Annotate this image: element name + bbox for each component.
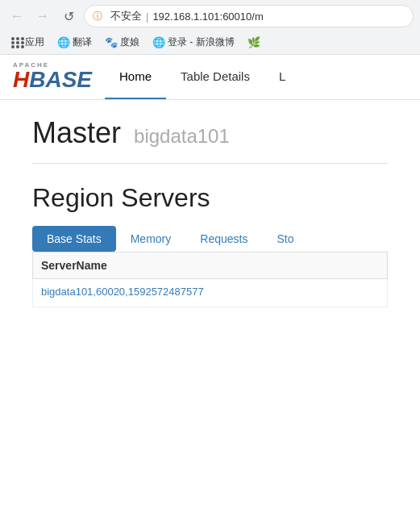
bookmark-apps-label: 应用 [25, 35, 44, 49]
bookmarks-bar: 应用 🌐 翻译 🐾 度娘 🌐 登录 - 新浪微博 🌿 [0, 32, 420, 54]
hbase-navbar: APACHE H BASE Home Table Details L [0, 55, 420, 100]
apps-grid-icon [11, 37, 23, 48]
tab-base-stats[interactable]: Base Stats [32, 226, 116, 252]
nav-home[interactable]: Home [105, 55, 166, 99]
column-server-name: ServerName [33, 252, 388, 279]
app-container: APACHE H BASE Home Table Details L Maste… [0, 55, 420, 515]
master-heading: Master bigdata101 [32, 116, 388, 150]
tab-storefiles[interactable]: Sto [262, 226, 308, 252]
nav-links: Home Table Details L [105, 55, 300, 99]
bookmark-ext[interactable]: 🌿 [243, 35, 265, 50]
master-hostname: bigdata101 [134, 125, 230, 148]
nav-more[interactable]: L [264, 55, 300, 99]
browser-toolbar: ← → ↺ ⓘ 不安全 | 192.168.1.101:60010/m [0, 0, 420, 32]
logo-h: H [13, 67, 29, 93]
address-bar[interactable]: ⓘ 不安全 | 192.168.1.101:60010/m [84, 5, 414, 27]
bookmark-translate-label: 翻译 [73, 35, 92, 49]
logo-hbase: H BASE [13, 67, 92, 93]
main-content: Master bigdata101 Region Servers Base St… [0, 100, 420, 323]
master-title: Master [32, 116, 121, 150]
tabs-bar: Base Stats Memory Requests Sto [32, 226, 388, 252]
logo-base: BASE [29, 67, 92, 93]
hbase-logo: APACHE H BASE [13, 61, 92, 93]
table-cell-server: bigdata101,60020,1592572487577 [33, 279, 388, 307]
forward-button[interactable]: → [32, 6, 53, 27]
address-text: 192.168.1.101:60010/m [152, 10, 263, 23]
globe-icon-weibo: 🌐 [152, 36, 165, 48]
security-icon: ⓘ [93, 10, 102, 23]
region-servers-title: Region Servers [32, 183, 388, 213]
baidu-icon: 🐾 [105, 36, 118, 48]
globe-icon-translate: 🌐 [57, 36, 70, 48]
region-servers-table: ServerName bigdata101,60020,159257248757… [32, 252, 388, 307]
reload-button[interactable]: ↺ [58, 6, 79, 27]
bookmark-weibo-label: 登录 - 新浪微博 [168, 35, 235, 49]
browser-chrome: ← → ↺ ⓘ 不安全 | 192.168.1.101:60010/m 应用 🌐 [0, 0, 420, 55]
back-button[interactable]: ← [6, 6, 27, 27]
bookmark-baidu-label: 度娘 [120, 35, 139, 49]
tab-requests[interactable]: Requests [185, 226, 262, 252]
table-header-row: ServerName [33, 252, 388, 279]
ext-icon: 🌿 [247, 36, 260, 48]
table-row: bigdata101,60020,1592572487577 [33, 279, 388, 307]
bookmark-translate[interactable]: 🌐 翻译 [52, 34, 97, 51]
server-link[interactable]: bigdata101,60020,1592572487577 [41, 286, 204, 298]
section-divider [32, 163, 388, 164]
bookmark-baidu[interactable]: 🐾 度娘 [100, 34, 144, 51]
nav-table-details[interactable]: Table Details [166, 55, 264, 99]
security-label: 不安全 [110, 9, 142, 23]
tab-memory[interactable]: Memory [116, 226, 186, 252]
bookmark-apps[interactable]: 应用 [6, 34, 49, 51]
bookmark-weibo[interactable]: 🌐 登录 - 新浪微博 [148, 34, 239, 51]
